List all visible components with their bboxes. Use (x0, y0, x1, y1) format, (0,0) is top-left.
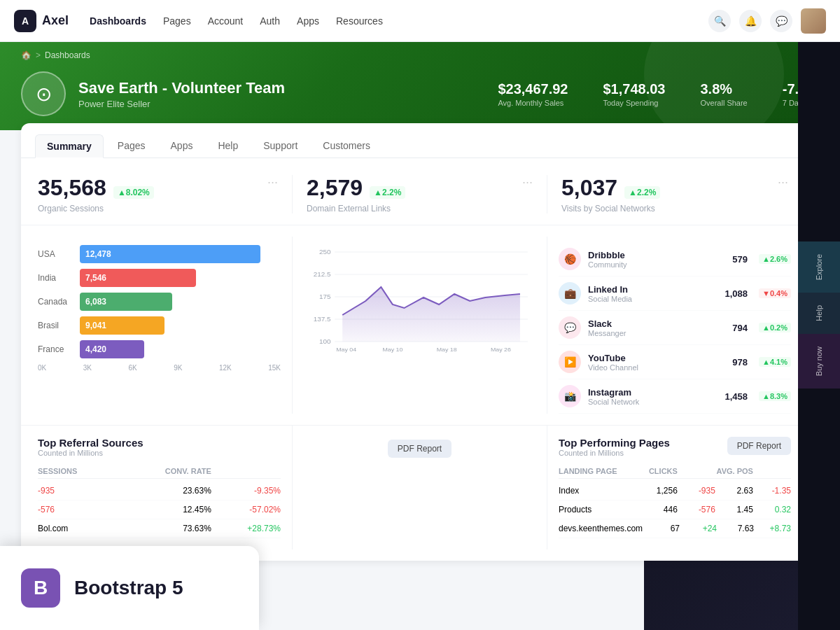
social-name-3: YouTube (588, 353, 725, 363)
social-type-3: Video Channel (588, 363, 725, 372)
pages-col-clicks: CLICKS (640, 467, 678, 475)
ref-rate-change-2: +28.73% (211, 524, 281, 533)
tab-support[interactable]: Support (252, 134, 309, 158)
page-pos-chg-0: -1.35 (753, 486, 791, 496)
social-name-4: Instagram (588, 387, 718, 398)
search-button[interactable]: 🔍 (708, 10, 731, 32)
metric-2: ··· 5,037 ▲2.2% Visits by Social Network… (547, 175, 802, 214)
social-count-4: 1,458 (724, 391, 748, 402)
page-clicks-0: 1,256 (640, 486, 678, 496)
page-row-1: Products 446 -576 1.45 0.32 (559, 500, 791, 519)
metric-1-menu[interactable]: ··· (522, 175, 533, 190)
page-clicks-2: 67 (643, 524, 680, 533)
ref-rate-2: 73.63% (153, 524, 211, 533)
avatar-image (801, 8, 826, 34)
bootstrap-icon: B (21, 568, 60, 608)
metric-0-label: Organic Sessions (38, 204, 278, 214)
metric-0-badge: ▲8.02% (113, 186, 154, 199)
hero-stat-0: $23,467.92 Avg. Monthly Sales (498, 81, 568, 107)
notifications-button[interactable]: 🔔 (739, 10, 762, 32)
bar-wrap: 12,478 (80, 245, 281, 263)
help-label: Help (815, 305, 823, 321)
pages-col-clicks-chg (678, 467, 715, 475)
messages-button[interactable]: 💬 (770, 10, 792, 32)
pdf-report-button[interactable]: PDF Report (388, 440, 451, 458)
buy-now-button[interactable]: Buy now (798, 334, 840, 388)
ref-rate-0: 23.63% (153, 486, 211, 496)
social-list: 🏀 Dribbble Community 579 ▲2.6% 💼 Linked … (559, 242, 791, 414)
social-type-2: Messanger (588, 329, 725, 337)
user-avatar[interactable] (801, 8, 826, 34)
social-count-0: 579 (732, 254, 748, 265)
main-content: Summary Pages Apps Help Support Customer… (0, 123, 840, 575)
home-icon[interactable]: 🏠 (21, 50, 31, 60)
svg-text:212.5: 212.5 (314, 270, 331, 277)
nav-apps[interactable]: Apps (297, 15, 319, 27)
breadcrumb-sep: > (36, 50, 41, 60)
nav-account[interactable]: Account (208, 15, 244, 27)
social-name-2: Slack (588, 318, 725, 329)
tab-pages[interactable]: Pages (106, 134, 157, 158)
hero-stat-2: 3.8% Overall Share (700, 81, 747, 107)
bar-row: Brasil 9,041 (38, 316, 281, 335)
svg-text:May 04: May 04 (336, 346, 356, 352)
stat-value-2: 3.8% (700, 81, 747, 97)
svg-text:100: 100 (319, 337, 331, 344)
social-info-0: Dribbble Community (588, 250, 725, 269)
team-info: Save Earth - Volunteer Team Power Elite … (78, 79, 498, 109)
ref-sessions-1: -576 (38, 505, 153, 514)
referral-header: SESSIONS CONV. RATE (38, 464, 281, 479)
navbar: A Axel Dashboards Pages Account Auth App… (0, 0, 840, 42)
bottom-area: Top Referral Sources Counted in Millions… (21, 425, 819, 561)
social-badge-4: ▲8.3% (759, 391, 791, 401)
social-type-1: Social Media (588, 295, 718, 303)
line-chart-section: 250 212.5 175 137.5 100 (293, 237, 547, 414)
hero-content: ⊙ Save Earth - Volunteer Team Power Elit… (21, 71, 819, 130)
pages-col-page: LANDING PAGE (559, 467, 640, 475)
social-row: 💬 Slack Messanger 794 ▲0.2% (559, 311, 791, 345)
tab-summary[interactable]: Summary (35, 134, 104, 158)
social-row: 📸 Instagram Social Network 1,458 ▲8.3% (559, 379, 791, 414)
buy-now-label: Buy now (815, 346, 823, 376)
stat-value-0: $23,467.92 (498, 81, 568, 97)
page-pos-2: 7.63 (717, 524, 754, 533)
nav-auth[interactable]: Auth (260, 15, 280, 27)
tab-customers[interactable]: Customers (312, 134, 382, 158)
metric-1-value: 2,579 (307, 175, 363, 201)
tab-help[interactable]: Help (206, 134, 249, 158)
content-card: Summary Pages Apps Help Support Customer… (21, 123, 819, 561)
metric-2-menu[interactable]: ··· (778, 175, 788, 190)
bar-row: France 4,420 (38, 340, 281, 358)
social-count-3: 978 (732, 357, 748, 368)
social-count-1: 1,088 (724, 288, 748, 299)
metric-0-menu[interactable]: ··· (267, 175, 278, 190)
nav-links: Dashboards Pages Account Auth Apps Resou… (90, 15, 708, 27)
bootstrap-overlay: B Bootstrap 5 (0, 546, 259, 630)
nav-logo[interactable]: A Axel (14, 10, 69, 32)
bar-axis-label: 12K (219, 364, 232, 372)
explore-button[interactable]: Explore (798, 241, 840, 293)
metric-1-label: Domain External Links (307, 204, 533, 214)
nav-resources[interactable]: Resources (336, 15, 383, 27)
social-name-0: Dribbble (588, 250, 725, 260)
social-name-1: Linked In (588, 284, 718, 295)
pages-header: LANDING PAGE CLICKS AVG. POS (559, 464, 791, 479)
social-section: 🏀 Dribbble Community 579 ▲2.6% 💼 Linked … (547, 237, 802, 414)
stat-value-1: $1,748.03 (603, 81, 666, 97)
page-pos-1: 1.45 (715, 505, 753, 514)
nav-pages[interactable]: Pages (163, 15, 191, 27)
bar-axis: 0K3K6K9K12K15K (38, 364, 281, 372)
bar-fill: 12,478 (80, 245, 260, 263)
help-button[interactable]: Help (798, 293, 840, 334)
bar-fill: 6,083 (80, 293, 172, 311)
side-panel: Explore Help Buy now (798, 0, 840, 630)
svg-text:May 18: May 18 (437, 346, 457, 352)
team-title: Save Earth - Volunteer Team (78, 79, 498, 97)
bar-row: India 7,546 (38, 269, 281, 287)
nav-dashboards[interactable]: Dashboards (90, 15, 146, 27)
tab-apps[interactable]: Apps (160, 134, 204, 158)
page-clicks-chg-0: -935 (678, 486, 715, 496)
bootstrap-text: Bootstrap 5 (74, 577, 183, 599)
pages-pdf-button[interactable]: PDF Report (727, 437, 791, 455)
referral-row-0: -935 23.63% -9.35% (38, 482, 281, 500)
